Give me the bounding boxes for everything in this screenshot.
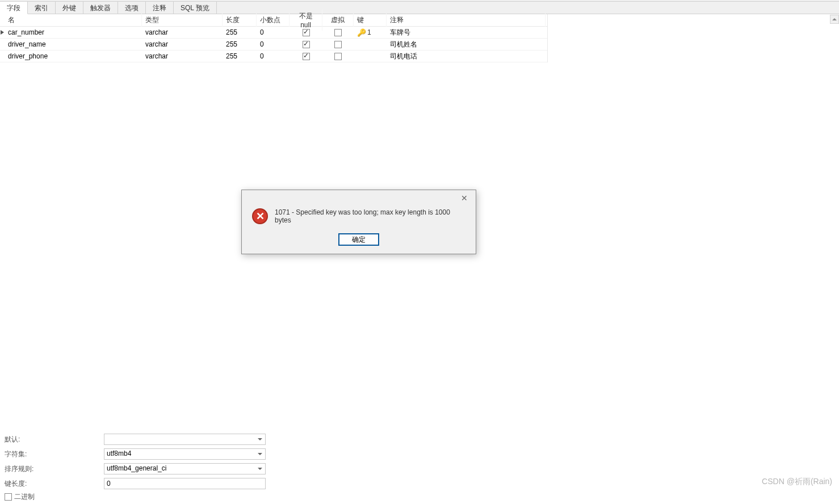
error-icon: ✕: [252, 208, 268, 224]
virtual-checkbox[interactable]: [334, 41, 342, 48]
header-name[interactable]: 名: [5, 14, 142, 27]
table-row[interactable]: driver_name varchar 255 0 司机姓名: [0, 39, 547, 51]
tab-triggers[interactable]: 触发器: [83, 2, 118, 14]
charset-label: 字符集:: [5, 450, 104, 459]
virtual-checkbox[interactable]: [334, 29, 342, 36]
binary-checkbox[interactable]: [5, 493, 12, 501]
cell-decimal[interactable]: 0: [257, 39, 290, 49]
table-row[interactable]: driver_phone varchar 255 0 司机电话: [0, 51, 547, 62]
keylength-label: 键长度:: [5, 479, 104, 489]
scroll-up-button[interactable]: [830, 15, 839, 24]
header-decimal[interactable]: 小数点: [257, 14, 290, 27]
binary-label: 二进制: [14, 492, 35, 502]
cell-decimal[interactable]: 0: [257, 51, 290, 61]
table-header: 名 类型 长度 小数点 不是 null 虚拟 键 注释: [0, 14, 547, 27]
cell-comment[interactable]: 车牌号: [387, 27, 546, 39]
notnull-checkbox[interactable]: [303, 53, 310, 60]
tab-sql-preview[interactable]: SQL 预览: [174, 2, 217, 14]
dialog-titlebar[interactable]: ✕: [242, 190, 476, 206]
tab-foreign-keys[interactable]: 外键: [56, 2, 83, 14]
cell-comment[interactable]: 司机姓名: [387, 39, 546, 51]
cell-name[interactable]: driver_phone: [5, 51, 142, 61]
ok-button[interactable]: 确定: [338, 233, 379, 246]
watermark: CSDN @祈雨(Rain): [762, 477, 832, 487]
dialog-message: 1071 - Specified key was too long; max k…: [275, 208, 465, 224]
cell-type[interactable]: varchar: [142, 39, 223, 49]
fields-table: 名 类型 长度 小数点 不是 null 虚拟 键 注释 car_number v…: [0, 14, 548, 62]
header-virtual[interactable]: 虚拟: [322, 14, 354, 27]
keylength-input[interactable]: [104, 478, 266, 489]
cell-comment[interactable]: 司机电话: [387, 51, 546, 62]
collation-label: 排序规则:: [5, 464, 104, 474]
tab-options[interactable]: 选项: [118, 2, 146, 14]
default-label: 默认:: [5, 435, 104, 444]
tab-indexes[interactable]: 索引: [28, 2, 56, 14]
field-properties-panel: 默认: 字符集: utf8mb4 排序规则: utf8mb4_general_c…: [0, 430, 839, 504]
cell-length[interactable]: 255: [223, 39, 257, 49]
collation-select[interactable]: utf8mb4_general_ci: [104, 463, 266, 474]
cell-name[interactable]: car_number: [5, 27, 142, 37]
tab-bar: 字段 索引 外键 触发器 选项 注释 SQL 预览: [0, 2, 839, 14]
default-select[interactable]: [104, 434, 266, 445]
error-dialog: ✕ ✕ 1071 - Specified key was too long; m…: [241, 190, 476, 254]
notnull-checkbox[interactable]: [303, 41, 310, 48]
cell-type[interactable]: varchar: [142, 27, 223, 37]
header-comment[interactable]: 注释: [387, 14, 546, 27]
notnull-checkbox[interactable]: [303, 29, 310, 36]
table-row[interactable]: car_number varchar 255 0 🔑1 车牌号: [0, 27, 547, 39]
header-key[interactable]: 键: [354, 14, 387, 27]
cell-decimal[interactable]: 0: [257, 27, 290, 37]
cell-type[interactable]: varchar: [142, 51, 223, 61]
cell-length[interactable]: 255: [223, 27, 257, 37]
close-icon[interactable]: ✕: [458, 192, 471, 204]
tab-comments[interactable]: 注释: [146, 2, 174, 14]
cell-length[interactable]: 255: [223, 51, 257, 61]
charset-select[interactable]: utf8mb4: [104, 448, 266, 460]
virtual-checkbox[interactable]: [334, 53, 342, 60]
key-icon: 🔑: [357, 28, 366, 37]
header-type[interactable]: 类型: [142, 14, 223, 27]
header-length[interactable]: 长度: [223, 14, 257, 27]
cell-name[interactable]: driver_name: [5, 39, 142, 49]
tab-fields[interactable]: 字段: [0, 2, 28, 14]
primary-key-icon[interactable]: 🔑1: [357, 28, 371, 37]
active-row-indicator-icon: [1, 30, 4, 35]
